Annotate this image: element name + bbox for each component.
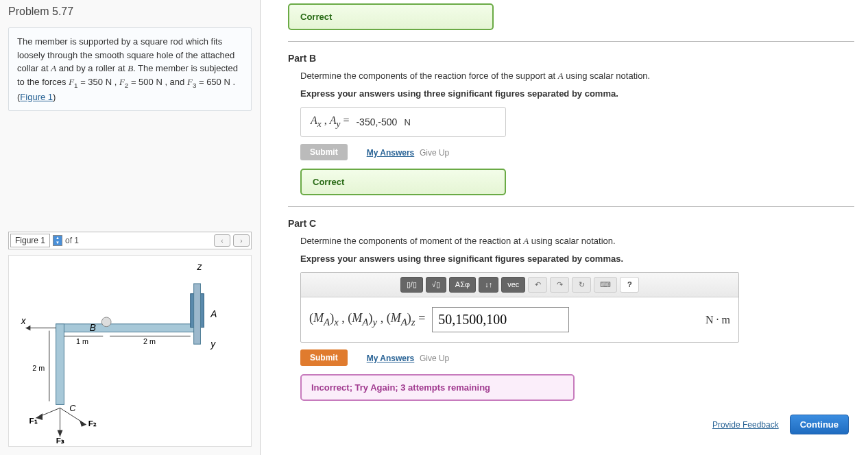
part-c-answer-input[interactable] (432, 307, 569, 332)
f3-sym: F (187, 77, 193, 87)
problem-text-end: ) (53, 92, 56, 102)
answer-toolbar: ▯/▯ √▯ ΑΣφ ↓↑ vec ↶ ↷ ↻ ⌨ ? (301, 273, 738, 297)
part-c-lhs: (MA)x , (MA)y , (MA)z = (309, 311, 425, 328)
label-A: A (210, 309, 217, 319)
tool-undo-button[interactable]: ↶ (528, 277, 547, 293)
part-c-instruction: Determine the components of moment of th… (300, 236, 854, 247)
footer: Provide Feedback Continue (288, 415, 854, 434)
part-b-lhs: Ax , Ay = (311, 114, 349, 130)
label-F2: F₂ (88, 419, 97, 428)
part-c-answer-box: ▯/▯ √▯ ΑΣφ ↓↑ vec ↶ ↷ ↻ ⌨ ? (MA)x , (MA)… (300, 272, 739, 343)
provide-feedback-link[interactable]: Provide Feedback (712, 420, 779, 430)
axis-z: z (197, 262, 202, 273)
part-b-submit-row: Submit My Answers Give Up (300, 144, 854, 160)
dim-2m-b: 2 m (32, 365, 45, 373)
label-B: B (90, 323, 96, 333)
part-b-answer-row: Ax , Ay = -350,-500 N (300, 107, 506, 137)
part-b-unit: N (404, 117, 410, 127)
label-F1: F₁ (29, 416, 37, 425)
f2-val: = 500 N , and (128, 77, 187, 87)
part-c-submit-button[interactable]: Submit (300, 349, 348, 366)
separator-2 (288, 206, 854, 207)
tool-fraction-button[interactable]: ▯/▯ (400, 277, 423, 293)
svg-rect-3 (194, 284, 201, 344)
svg-point-4 (101, 317, 111, 327)
figure-link[interactable]: Figure 1 (20, 92, 53, 102)
figure-prev-button[interactable]: ‹ (214, 234, 230, 247)
part-b-heading: Part B (288, 53, 854, 64)
f2-sym: F (119, 77, 125, 87)
figure-bar: Figure 1 ▲▼ of 1 ‹ › (8, 232, 252, 249)
part-b-instruction: Determine the components of the reaction… (300, 71, 854, 82)
part-b-instr-pre: Determine the components of the reaction… (300, 71, 558, 81)
axis-x: x (21, 316, 27, 326)
tool-greek-button[interactable]: ΑΣφ (449, 277, 476, 293)
tool-keyboard-button[interactable]: ⌨ (594, 277, 617, 293)
part-c-heading: Part C (288, 218, 854, 229)
axis-y: y (210, 339, 216, 349)
f1-val: = 350 N , (78, 77, 119, 87)
label-C: C (69, 403, 76, 413)
part-c-instr-post: using scalar notation. (529, 236, 615, 246)
part-c-give-up-link[interactable]: Give Up (420, 354, 449, 363)
figure-spinner[interactable]: ▲▼ (53, 235, 62, 246)
spinner-down-icon[interactable]: ▼ (53, 241, 62, 245)
dim-2m-a: 2 m (143, 337, 156, 345)
part-b-correct-box: Correct (300, 169, 506, 195)
figure-next-button[interactable]: › (233, 234, 250, 247)
spinner-up-icon[interactable]: ▲ (53, 236, 62, 241)
tool-redo-button[interactable]: ↷ (550, 277, 569, 293)
part-c-input-row: (MA)x , (MA)y , (MA)z = N · m (301, 297, 738, 342)
tool-help-button[interactable]: ? (620, 277, 639, 293)
part-b-value: -350,-500 (356, 116, 397, 127)
part-b-bold: Express your answers using three signifi… (300, 88, 854, 99)
tool-updown-button[interactable]: ↓↑ (479, 277, 498, 293)
part-b-instr-A: A (558, 71, 564, 81)
svg-marker-9 (26, 325, 31, 331)
figure-label: Figure 1 (10, 234, 50, 247)
tool-sqrt-button[interactable]: √▯ (426, 277, 446, 293)
problem-title: Problem 5.77 (0, 0, 260, 23)
part-c-instr-A: A (523, 236, 529, 246)
right-panel: Correct Part B Determine the components … (261, 0, 868, 455)
left-panel: Problem 5.77 The member is supported by … (0, 0, 261, 455)
f1-sym: F (69, 77, 74, 87)
tool-reset-button[interactable]: ↻ (572, 277, 591, 293)
part-c-submit-row: Submit My Answers Give Up (300, 349, 854, 366)
part-b-give-up-link[interactable]: Give Up (420, 148, 449, 158)
figure-svg: z x y A B 1 m 2 m 2 m (9, 256, 251, 446)
dim-1m: 1 m (76, 337, 88, 345)
top-correct-box: Correct (288, 3, 494, 30)
problem-text: The member is supported by a square rod … (8, 27, 252, 111)
part-c-my-answers-link[interactable]: My Answers (367, 354, 415, 363)
part-c-incorrect-box: Incorrect; Try Again; 3 attempts remaini… (300, 374, 575, 401)
part-c-bold: Express your answers using three signifi… (300, 254, 854, 264)
point-A: A (51, 63, 56, 73)
label-F3: F₃ (56, 436, 64, 445)
svg-rect-0 (56, 324, 197, 332)
point-B: B (128, 63, 133, 73)
part-b-submit-button[interactable]: Submit (300, 144, 348, 160)
svg-marker-13 (80, 420, 86, 427)
continue-button[interactable]: Continue (790, 415, 849, 434)
separator (288, 41, 854, 42)
part-c-unit: N · m (706, 314, 730, 326)
figure-image: z x y A B 1 m 2 m 2 m (8, 255, 252, 447)
part-c-instr-pre: Determine the components of moment of th… (300, 236, 523, 246)
problem-text-mid1: and by a roller at (56, 63, 128, 73)
part-b-my-answers-link[interactable]: My Answers (367, 148, 415, 158)
svg-rect-1 (56, 324, 64, 405)
tool-vec-button[interactable]: vec (501, 277, 525, 293)
figure-count: of 1 (65, 236, 79, 245)
part-b-instr-post: using scalar notation. (564, 71, 650, 81)
